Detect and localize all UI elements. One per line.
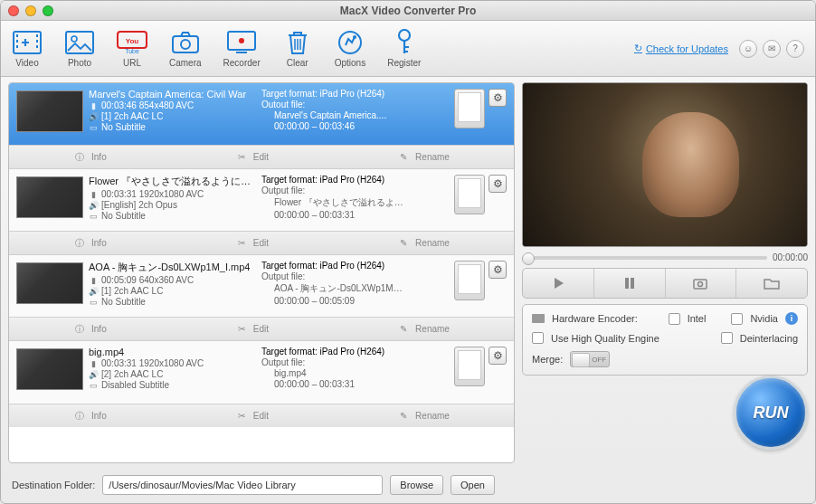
toolbar-photo[interactable]: Photo bbox=[64, 29, 95, 68]
toolbar-video[interactable]: Video bbox=[12, 29, 43, 68]
refresh-icon: ↻ bbox=[634, 43, 642, 54]
svg-rect-22 bbox=[694, 280, 707, 289]
info-action[interactable]: ⓘInfo bbox=[73, 323, 107, 336]
info-action[interactable]: ⓘInfo bbox=[73, 151, 107, 164]
playback-time: 00:00:00 bbox=[773, 252, 808, 262]
toolbar-label: Options bbox=[335, 58, 365, 68]
clip-icon: ▮ bbox=[89, 101, 98, 110]
open-folder-button[interactable] bbox=[736, 269, 807, 298]
output-file-label: Outout file: bbox=[261, 100, 305, 109]
svg-rect-4 bbox=[36, 34, 38, 37]
edit-action[interactable]: ✂Edit bbox=[235, 410, 269, 423]
scissors-icon: ✂ bbox=[235, 151, 248, 164]
run-label: RUN bbox=[754, 404, 789, 423]
audio-icon: 🔊 bbox=[89, 370, 98, 379]
rename-action[interactable]: ✎Rename bbox=[397, 151, 450, 164]
snapshot-button[interactable] bbox=[666, 269, 737, 298]
edit-action[interactable]: ✂Edit bbox=[235, 151, 269, 164]
open-button[interactable]: Open bbox=[451, 475, 495, 495]
toolbar-clear[interactable]: Clear bbox=[282, 29, 313, 68]
item-settings-button[interactable]: ⚙ bbox=[489, 347, 507, 365]
edit-action[interactable]: ✂Edit bbox=[235, 323, 269, 336]
hq-checkbox[interactable] bbox=[532, 332, 544, 344]
playback-slider-row: 00:00:00 bbox=[522, 252, 808, 262]
queue-item[interactable]: AOA - 胸キュン-Ds0LXWp1M_I.mp4 ▮00:05:09 640… bbox=[9, 255, 514, 341]
photo-icon bbox=[64, 29, 95, 56]
svg-rect-3 bbox=[16, 45, 18, 48]
rename-action[interactable]: ✎Rename bbox=[397, 237, 450, 250]
info-icon[interactable]: i bbox=[785, 312, 798, 325]
subtitle-icon: ▭ bbox=[89, 212, 98, 221]
toolbar-url[interactable]: YouTube URL bbox=[117, 29, 147, 68]
pause-icon bbox=[623, 277, 636, 290]
audio-track: [1] 2ch AAC LC bbox=[101, 111, 163, 121]
queue-item[interactable]: Marvel's Captain America: Civil War ▮00:… bbox=[9, 83, 514, 169]
queue-item-actions: ⓘInfo ✂Edit ✎Rename bbox=[9, 231, 514, 254]
svg-rect-20 bbox=[625, 278, 629, 289]
browse-button[interactable]: Browse bbox=[390, 475, 443, 495]
duration-resolution: 00:03:46 854x480 AVC bbox=[101, 100, 194, 110]
edit-action[interactable]: ✂Edit bbox=[235, 237, 269, 250]
close-window-button[interactable] bbox=[8, 5, 19, 16]
minimize-window-button[interactable] bbox=[25, 5, 36, 16]
toolbar-recorder[interactable]: Recorder bbox=[223, 29, 261, 68]
run-button[interactable]: RUN bbox=[734, 376, 808, 450]
clip-icon: ▮ bbox=[89, 359, 98, 368]
destination-path-field[interactable]: /Users/dinosaur/Movies/Mac Video Library bbox=[102, 475, 383, 495]
conversion-queue: Marvel's Captain America: Civil War ▮00:… bbox=[8, 82, 515, 463]
pause-button[interactable] bbox=[594, 269, 666, 298]
zoom-window-button[interactable] bbox=[43, 5, 53, 16]
video-preview[interactable] bbox=[522, 82, 808, 247]
rename-action[interactable]: ✎Rename bbox=[397, 323, 450, 336]
queue-item[interactable]: big.mp4 ▮00:03:31 1920x1080 AVC 🔊[2] 2ch… bbox=[9, 341, 514, 427]
help-button[interactable]: ? bbox=[786, 40, 804, 58]
rename-action[interactable]: ✎Rename bbox=[397, 410, 450, 423]
scissors-icon: ✂ bbox=[235, 323, 248, 336]
toolbar-options[interactable]: Options bbox=[335, 29, 365, 68]
nvidia-label: Nvidia bbox=[750, 313, 778, 324]
rename-icon: ✎ bbox=[397, 237, 410, 250]
svg-rect-6 bbox=[36, 45, 38, 48]
playback-slider[interactable] bbox=[522, 256, 767, 260]
svg-rect-12 bbox=[173, 36, 198, 52]
toolbar-camera[interactable]: Camera bbox=[169, 29, 202, 68]
deinterlace-checkbox[interactable] bbox=[721, 332, 733, 344]
queue-item[interactable]: Flower 『やさしさで溢れるように』 [映… ▮00:03:31 1920x… bbox=[9, 169, 514, 255]
camera-icon bbox=[170, 29, 201, 56]
hw-encoder-label: Hardware Encoder: bbox=[552, 313, 638, 324]
subtitle-track: No Subtitle bbox=[101, 122, 146, 132]
queue-item-top: AOA - 胸キュン-Ds0LXWp1M_I.mp4 ▮00:05:09 640… bbox=[9, 255, 514, 317]
play-button[interactable] bbox=[523, 269, 594, 298]
svg-point-16 bbox=[239, 38, 244, 43]
camera-small-icon bbox=[693, 277, 707, 290]
svg-point-8 bbox=[71, 36, 77, 42]
item-settings-button[interactable]: ⚙ bbox=[489, 261, 507, 279]
merge-toggle[interactable]: OFF bbox=[570, 351, 610, 367]
output-file-label: Output file: bbox=[261, 185, 305, 195]
nvidia-checkbox[interactable] bbox=[731, 313, 743, 325]
subtitle-icon: ▭ bbox=[89, 123, 98, 132]
intel-checkbox[interactable] bbox=[669, 313, 680, 325]
info-action[interactable]: ⓘInfo bbox=[73, 410, 107, 423]
rename-icon: ✎ bbox=[397, 323, 410, 336]
target-format: Target format: iPad Pro (H264) bbox=[261, 347, 384, 357]
time-range: 00:00:00 – 00:05:09 bbox=[274, 296, 355, 306]
svg-point-19 bbox=[399, 30, 410, 41]
video-title: AOA - 胸キュン-Ds0LXWp1M_I.mp4 bbox=[89, 261, 256, 274]
duration-resolution: 00:03:31 1920x1080 AVC bbox=[101, 189, 204, 199]
preview-pane: 00:00:00 Hardware Encoder: Intel Nvidia bbox=[522, 82, 808, 463]
person-icon: ☺ bbox=[744, 43, 753, 53]
item-settings-button[interactable]: ⚙ bbox=[489, 175, 507, 193]
mail-button[interactable]: ✉ bbox=[763, 40, 781, 58]
queue-item-top: big.mp4 ▮00:03:31 1920x1080 AVC 🔊[2] 2ch… bbox=[9, 341, 514, 404]
options-icon bbox=[335, 29, 365, 56]
duration-resolution: 00:03:31 1920x1080 AVC bbox=[101, 358, 204, 368]
player-controls bbox=[522, 268, 808, 299]
toolbar-register[interactable]: Register bbox=[387, 29, 421, 68]
info-action[interactable]: ⓘInfo bbox=[73, 237, 107, 250]
account-button[interactable]: ☺ bbox=[739, 40, 757, 58]
check-updates-link[interactable]: ↻ Check for Updates bbox=[634, 43, 728, 54]
video-title: Marvel's Captain America: Civil War bbox=[89, 89, 256, 100]
item-settings-button[interactable]: ⚙ bbox=[489, 89, 507, 107]
hq-label: Use High Quality Engine bbox=[551, 333, 659, 344]
